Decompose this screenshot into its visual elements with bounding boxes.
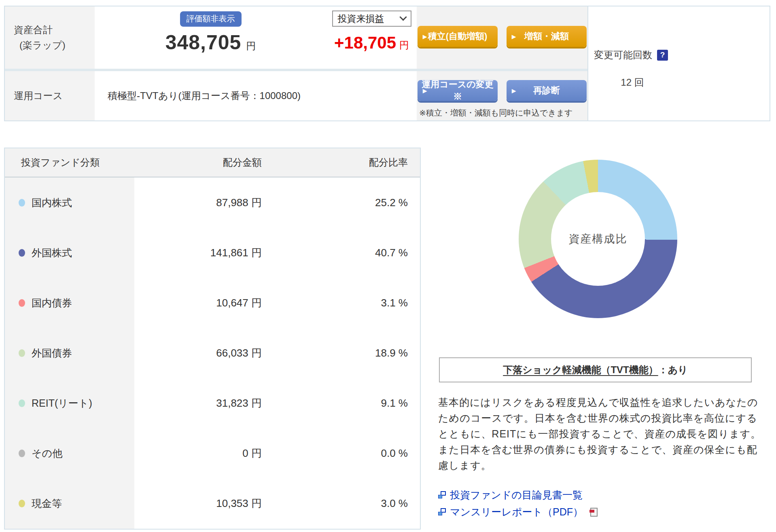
allocation-amount-value: 66,033 円	[134, 328, 262, 378]
allocation-ratio-value: 25.2 %	[262, 177, 420, 228]
allocation-rows: 国内株式87,988 円25.2 %外国株式141,861 円40.7 %国内債…	[5, 177, 420, 529]
header-allocation-amount: 配分金額	[223, 156, 262, 169]
category-color-dot-icon	[19, 299, 25, 307]
fund-category-cell: 現金等	[5, 479, 134, 529]
increase-decrease-button[interactable]: ▶ 増額・減額	[507, 26, 587, 47]
fund-category-label: 国内株式	[32, 196, 72, 209]
allocation-ratio-value: 40.7 %	[262, 228, 420, 278]
table-row: REIT(リート)31,823 円9.1 %	[5, 378, 420, 429]
header-fund-category: 投資ファンド分類	[5, 156, 134, 169]
category-color-dot-icon	[19, 249, 25, 257]
rediagnose-label: 再診断	[533, 84, 560, 97]
pdf-icon[interactable]	[590, 508, 598, 517]
changes-remaining-cell: 変更可能回数 ? 12 回	[587, 6, 770, 120]
allocation-ratio-value: 3.1 %	[262, 278, 420, 328]
fund-category-label: 外国株式	[32, 246, 72, 260]
monthly-report-link[interactable]: マンスリーレポート（PDF）	[450, 505, 583, 519]
asset-amount-line: 348,705 円	[165, 31, 256, 54]
asset-summary-left: 資産合計 (楽ラップ) 評価額非表示 348,705 円 投資来損益	[5, 6, 587, 120]
fund-category-label: REIT(リート)	[32, 397, 92, 410]
allocation-ratio-value: 3.0 %	[262, 479, 420, 529]
prospectus-link-line: 投資ファンドの目論見書一覧	[438, 488, 598, 502]
allocation-ratio-value: 18.9 %	[262, 328, 420, 378]
asset-total-row: 資産合計 (楽ラップ) 評価額非表示 348,705 円 投資来損益	[5, 6, 587, 69]
fund-category-cell: 外国債券	[5, 328, 134, 378]
triangle-right-icon: ▶	[512, 34, 516, 40]
table-row: 外国株式141,861 円40.7 %	[5, 228, 420, 278]
table-row: 現金等10,353 円3.0 %	[5, 479, 420, 529]
changes-remaining-line: 変更可能回数 ?	[594, 49, 770, 61]
asset-amount-cell: 評価額非表示 348,705 円	[95, 6, 327, 69]
asset-total-sublabel: (楽ラップ)	[14, 39, 95, 52]
triangle-right-icon: ▶	[423, 88, 427, 94]
course-row: 運用コース 積極型-TVTあり(運用コース番号：1000800) ▶ 運用コース…	[5, 71, 587, 120]
fund-category-label: 国内債券	[32, 296, 72, 310]
fund-category-cell: その他	[5, 429, 134, 479]
fund-category-cell: REIT(リート)	[5, 378, 134, 429]
chevron-down-icon	[399, 13, 407, 21]
window-link-icon	[438, 508, 446, 516]
profit-loss-line: +18,705 円	[334, 33, 409, 53]
profit-loss-amount: +18,705	[334, 33, 396, 53]
table-row: その他0 円0.0 %	[5, 429, 420, 479]
course-change-button[interactable]: ▶ 運用コースの変更※	[418, 80, 498, 101]
table-row: 国内株式87,988 円25.2 %	[5, 177, 420, 228]
course-buttons: ▶ 運用コースの変更※ ▶ 再診断	[418, 80, 587, 101]
tvt-heading: 下落ショック軽減機能（TVT機能）	[503, 363, 658, 376]
course-description: 基本的にはリスクをある程度見込んで収益性を追求したいあなたのためのコースです。日…	[438, 395, 762, 473]
allocation-table: 投資ファンド分類 配分金額 配分比率 国内株式87,988 円25.2 %外国株…	[4, 148, 421, 530]
asset-total-unit: 円	[246, 40, 256, 53]
category-color-dot-icon	[19, 500, 25, 507]
fund-category-cell: 外国株式	[5, 228, 134, 278]
category-color-dot-icon	[19, 450, 25, 457]
hide-valuation-button[interactable]: 評価額非表示	[180, 11, 242, 27]
prospectus-link[interactable]: 投資ファンドの目論見書一覧	[450, 488, 583, 502]
category-color-dot-icon	[19, 349, 25, 357]
reserve-auto-increase-button[interactable]: ▶ 積立(自動増額)	[418, 26, 498, 47]
changes-remaining-value: 12 回	[594, 76, 671, 89]
allocation-ratio-value: 9.1 %	[262, 378, 420, 429]
reserve-auto-increase-label: 積立(自動増額)	[428, 30, 488, 42]
asset-total-label: 資産合計	[14, 23, 95, 36]
top-actions-row2: ▶ 運用コースの変更※ ▶ 再診断 ※積立・増額・減額も同時に申込できます	[417, 71, 587, 120]
fund-category-cell: 国内株式	[5, 177, 134, 228]
allocation-amount-value: 141,861 円	[134, 228, 262, 278]
profit-loss-cell: 投資来損益 +18,705 円	[327, 6, 417, 69]
rediagnose-button[interactable]: ▶ 再診断	[507, 80, 587, 101]
allocation-ratio-value: 0.0 %	[262, 429, 420, 479]
allocation-amount-value: 10,647 円	[134, 278, 262, 328]
course-value: 積極型-TVTあり(運用コース番号：1000800)	[108, 89, 301, 102]
fund-category-cell: 国内債券	[5, 278, 134, 328]
changes-remaining-label: 変更可能回数	[594, 49, 652, 61]
allocation-amount-value: 31,823 円	[134, 378, 262, 429]
help-icon[interactable]: ?	[657, 50, 668, 61]
asset-total-label-cell: 資産合計 (楽ラップ)	[5, 6, 95, 69]
fund-category-label: 外国債券	[32, 346, 72, 360]
course-label-cell: 運用コース	[5, 71, 95, 120]
rakuten-wrap-dashboard: 資産合計 (楽ラップ) 評価額非表示 348,705 円 投資来損益	[0, 0, 776, 532]
table-row: 外国債券66,033 円18.9 %	[5, 328, 420, 378]
monthly-report-link-line: マンスリーレポート（PDF）	[438, 505, 598, 519]
profit-loss-select[interactable]: 投資来損益	[332, 11, 411, 27]
profit-loss-select-value: 投資来損益	[338, 13, 384, 25]
course-change-label: 運用コースの変更※	[418, 78, 498, 103]
asset-summary-panel: 資産合計 (楽ラップ) 評価額非表示 348,705 円 投資来損益	[4, 6, 770, 121]
category-color-dot-icon	[19, 199, 25, 207]
header-allocation-ratio: 配分比率	[369, 156, 420, 169]
asset-composition-donut-chart: 資産構成比	[519, 160, 677, 318]
table-row: 国内債券10,647 円3.1 %	[5, 278, 420, 328]
allocation-amount-value: 10,353 円	[134, 479, 262, 529]
window-link-icon	[438, 491, 446, 499]
course-value-cell: 積極型-TVTあり(運用コース番号：1000800)	[95, 71, 417, 120]
profit-loss-unit: 円	[399, 39, 409, 52]
category-color-dot-icon	[19, 399, 25, 407]
triangle-right-icon: ▶	[423, 34, 427, 40]
tvt-heading-suffix: ：あり	[658, 363, 688, 376]
allocation-amount-value: 87,988 円	[134, 177, 262, 228]
increase-decrease-label: 増額・減額	[524, 30, 569, 42]
donut-hole: 資産構成比	[551, 192, 645, 286]
allocation-amount-value: 0 円	[134, 429, 262, 479]
fund-category-label: 現金等	[32, 497, 62, 510]
triangle-right-icon: ▶	[512, 88, 516, 94]
simultaneous-apply-note: ※積立・増額・減額も同時に申込できます	[417, 108, 573, 118]
